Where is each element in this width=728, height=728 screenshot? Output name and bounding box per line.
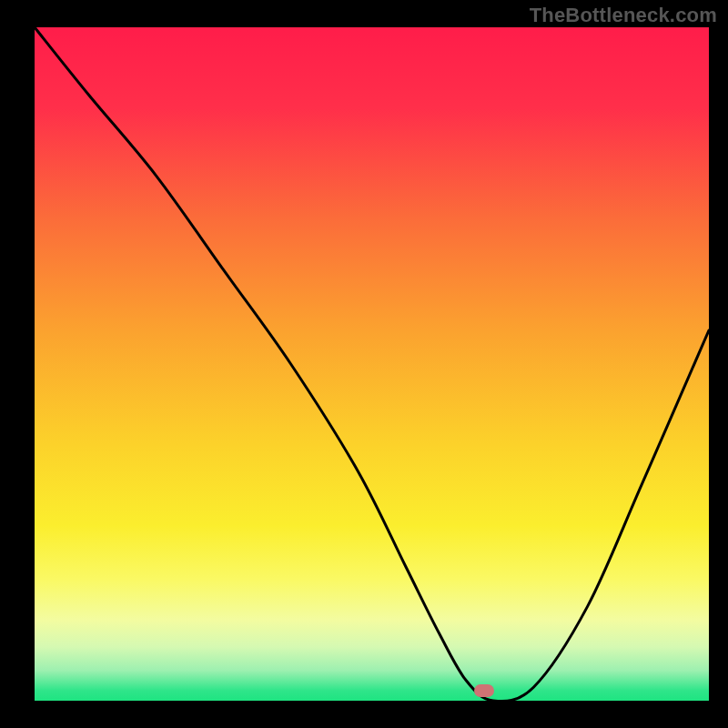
- plot-background: [35, 27, 709, 701]
- bottleneck-chart: [0, 0, 728, 728]
- chart-container: TheBottleneck.com: [0, 0, 728, 728]
- watermark-text: TheBottleneck.com: [530, 4, 717, 27]
- optimum-marker: [474, 684, 494, 697]
